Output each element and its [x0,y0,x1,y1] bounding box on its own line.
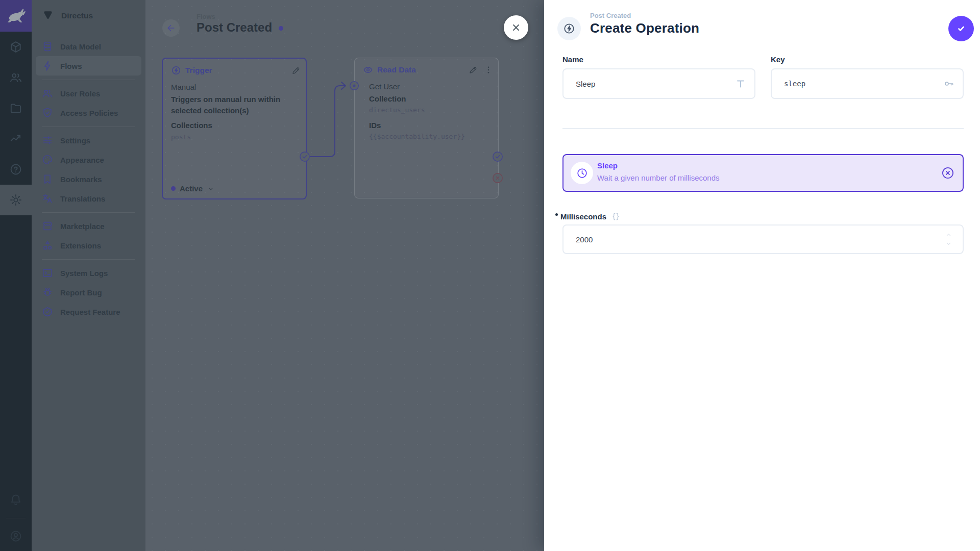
milliseconds-input[interactable] [564,226,980,253]
stepper-down-icon[interactable] [945,240,952,247]
flow-status-toggle[interactable]: Active [171,184,215,193]
milliseconds-field-box [562,224,964,254]
page-title: Post Created [197,20,283,35]
bell-icon [9,493,22,507]
sidebar-item-extensions[interactable]: Extensions [36,236,141,255]
operation-card-title: Sleep [597,161,618,170]
sidebar-item-flows[interactable]: Flows [36,56,141,76]
sidebar-item-user-roles[interactable]: User Roles [36,84,141,103]
collection-label: Collection [369,94,406,103]
sidebar-item-marketplace[interactable]: Marketplace [36,216,141,236]
key-icon [943,78,954,89]
trigger-icon [171,65,181,76]
read-data-panel-title: Read Data [377,65,416,74]
breadcrumb[interactable]: Flows [197,13,215,20]
trigger-type: Manual [171,83,196,91]
sidebar-item-access-policies[interactable]: Access Policies [36,103,141,122]
eye-icon [363,65,373,75]
sidebar-item-label: Extensions [60,241,101,250]
folder-icon [9,102,22,115]
save-button[interactable] [948,16,974,41]
name-label: Name [562,55,583,64]
edit-trigger-icon[interactable] [291,66,301,75]
chevron-down-icon [207,185,215,193]
sidebar-item-label: Data Model [60,42,101,51]
milliseconds-label-row: Milliseconds [555,212,621,221]
sidebar-divider [42,212,135,213]
sidebar-item-label: System Logs [60,269,108,278]
module-users[interactable] [0,62,32,93]
sidebar-divider [42,80,135,80]
drawer-breadcrumb: Post Created [590,12,631,19]
module-content[interactable] [0,32,32,62]
read-data-input-connector[interactable] [349,81,359,91]
gear-icon [9,193,22,207]
read-data-reject-connector[interactable] [492,172,503,184]
edit-operation-icon[interactable] [469,65,478,74]
operation-type-chip [571,162,593,184]
title-format-icon [735,78,746,89]
sidebar-item-appearance[interactable]: Appearance [36,150,141,169]
project-header[interactable]: Directus [32,0,145,32]
sidebar-item-label: Translations [60,194,105,203]
drawer-divider [562,128,964,129]
sidebar-nav-list: Data ModelFlowsUser RolesAccess Policies… [32,32,145,321]
module-insights[interactable] [0,123,32,154]
sidebar-item-label: Flows [60,62,82,70]
name-input[interactable] [564,69,789,98]
check-icon [955,22,967,35]
directus-logo-button[interactable] [0,0,32,32]
sidebar-item-bookmarks[interactable]: Bookmarks [36,169,141,189]
users-icon [42,88,53,99]
module-bar-bottom [0,485,32,551]
sidebar-item-system-logs[interactable]: System Logs [36,263,141,283]
module-bar-divider [6,518,26,518]
number-stepper [945,226,952,253]
operation-chip-icon [563,22,575,35]
sidebar-item-label: Bookmarks [60,175,102,184]
project-logo-icon [41,9,55,22]
badge-check-icon [42,306,53,317]
clock-icon [576,167,588,179]
selected-operation-card: Sleep Wait a given number of millisecond… [562,154,964,192]
trigger-panel[interactable]: Trigger Manual Triggers on manual run wi… [162,58,307,199]
operation-name: Get User [369,82,400,91]
ids-label: IDs [369,121,381,130]
ids-value: {{$accountability.user}} [369,133,465,140]
read-data-panel[interactable]: Read Data Get User Collection directus_u… [354,58,499,198]
sidebar-item-settings[interactable]: Settings [36,131,141,150]
sidebar-item-label: User Roles [60,89,100,98]
bookmark-icon [42,173,53,185]
trigger-panel-header: Trigger [171,65,301,76]
deselect-operation-button[interactable] [941,166,954,180]
more-options-icon[interactable] [484,65,493,74]
trigger-resolve-connector[interactable] [299,151,310,162]
arrow-left-icon [166,23,176,33]
raw-value-braces-icon[interactable] [611,212,621,221]
read-data-resolve-connector[interactable] [492,151,503,162]
palette-icon [42,154,53,165]
stepper-up-icon[interactable] [945,231,952,239]
bug-icon [42,287,53,298]
sidebar-item-request-feature[interactable]: Request Feature [36,302,141,321]
user-avatar-button[interactable] [0,521,32,551]
activity-icon [9,132,22,145]
close-icon [510,22,522,33]
notifications-button[interactable] [0,485,32,515]
sidebar-item-label: Access Policies [60,109,118,117]
status-dot [171,186,176,191]
trigger-panel-title: Trigger [185,66,212,75]
back-button[interactable] [162,19,180,37]
module-files[interactable] [0,93,32,123]
shield-icon [42,107,53,118]
close-drawer-button[interactable] [504,15,528,40]
module-settings[interactable] [0,185,32,215]
sidebar-item-label: Report Bug [60,288,102,297]
sidebar-item-translations[interactable]: Translations [36,189,141,208]
tune-icon [42,135,53,146]
sidebar-item-report-bug[interactable]: Report Bug [36,283,141,302]
module-help[interactable] [0,154,32,185]
sidebar-item-data-model[interactable]: Data Model [36,37,141,56]
key-label: Key [771,55,785,64]
user-circle-icon [9,530,22,543]
